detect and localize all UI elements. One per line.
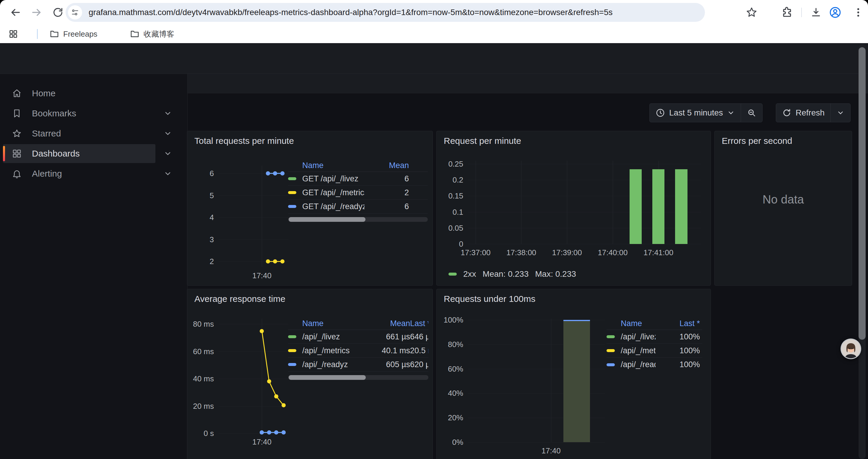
sidebar-item-bookmarks[interactable]: Bookmarks — [3, 104, 155, 123]
gridline — [521, 161, 522, 244]
legend-scrollbar-thumb[interactable] — [289, 217, 366, 222]
bar[interactable] — [629, 169, 642, 244]
data-point[interactable] — [274, 394, 278, 398]
url-text[interactable]: grafana.mathmast.com/d/deytv4rwavabkb/fr… — [89, 8, 613, 17]
sidebar-item-alerting[interactable]: Alerting — [3, 164, 155, 183]
legend-col-header[interactable]: Last * — [410, 319, 428, 328]
data-point[interactable] — [280, 259, 284, 263]
menu-dots-icon[interactable] — [852, 6, 864, 19]
forward-icon[interactable] — [31, 6, 42, 18]
panel-title[interactable]: Request per minute — [444, 136, 521, 146]
data-point[interactable] — [266, 259, 270, 263]
panel-title[interactable]: Average response time — [194, 294, 285, 304]
legend-col-header[interactable]: Last * — [656, 319, 700, 328]
panel-title[interactable]: Total requests per minute — [194, 136, 294, 146]
refresh-button[interactable]: Refresh — [776, 104, 831, 122]
requests-under-100ms-chart[interactable]: 100%80%60%40%20%0%17:40 — [442, 319, 608, 442]
expand-chevron-icon[interactable] — [164, 109, 172, 118]
sidebar-item-label: Home — [32, 88, 56, 98]
legend-header: NameMean — [288, 160, 428, 172]
data-point[interactable] — [266, 171, 270, 175]
bookmark-star-icon[interactable] — [746, 6, 757, 19]
series-name[interactable]: GET /api/_/readyz — [302, 202, 365, 211]
series-name[interactable]: /api/_/livez — [621, 332, 656, 341]
expand-chevron-icon[interactable] — [164, 169, 172, 178]
assistant-avatar[interactable] — [840, 338, 861, 359]
zoom-out-button[interactable] — [741, 104, 762, 122]
series-name[interactable]: /api/_/metrics — [302, 346, 360, 355]
series-value: 6 — [365, 202, 409, 211]
series-name[interactable]: GET /api/_/metrics — [302, 188, 365, 197]
data-point[interactable] — [260, 430, 264, 434]
y-axis-label: 0.15 — [448, 191, 463, 201]
sidebar-item-starred[interactable]: Starred — [3, 124, 155, 143]
sidebar: HomeBookmarksStarredDashboardsAlerting — [0, 74, 188, 459]
data-point[interactable] — [282, 430, 286, 434]
refresh-interval-button[interactable] — [831, 104, 850, 122]
legend-col-header[interactable]: Mean — [365, 161, 409, 170]
series-name[interactable]: /api/_/livez — [302, 332, 360, 341]
legend-col-name[interactable]: Name — [621, 319, 656, 328]
active-indicator — [3, 146, 5, 161]
panel-title[interactable]: Requests under 100ms — [444, 294, 535, 304]
back-icon[interactable] — [9, 6, 21, 18]
page-scrollbar-thumb[interactable] — [859, 47, 866, 340]
legend-scrollbar-track[interactable] — [288, 375, 428, 380]
site-settings-icon[interactable] — [68, 5, 82, 20]
profile-avatar-icon[interactable] — [829, 6, 841, 19]
reload-icon[interactable] — [52, 6, 64, 18]
series-name[interactable]: /api/_/metrics — [621, 346, 656, 355]
download-icon[interactable] — [810, 6, 822, 19]
bar[interactable] — [675, 169, 687, 244]
legend-row: /api/_/metrics40.1 ms20.5 ms — [288, 344, 428, 358]
legend-col-name[interactable]: Name — [302, 319, 360, 328]
y-axis-label: 2 — [210, 257, 214, 266]
url-bar[interactable]: grafana.mathmast.com/d/deytv4rwavabkb/fr… — [66, 3, 705, 22]
series-name[interactable]: /api/_/readyz — [302, 360, 360, 369]
area-band[interactable] — [563, 320, 590, 442]
legend-header: NameLast * — [607, 318, 702, 330]
browser-toolbar: grafana.mathmast.com/d/deytv4rwavabkb/fr… — [0, 0, 868, 25]
bell-icon — [12, 169, 22, 179]
bookmark-folder-blogs[interactable]: 收藏博客 — [130, 28, 174, 40]
series-value: 2 — [365, 188, 409, 197]
data-point[interactable] — [274, 430, 278, 434]
apps-grid-icon[interactable] — [8, 29, 18, 39]
legend-table: NameMeanLast */api/_/livez661 µs646 µs/a… — [288, 318, 428, 380]
sidebar-item-home[interactable]: Home — [3, 84, 155, 103]
extensions-icon[interactable] — [781, 6, 793, 19]
data-point[interactable] — [280, 171, 284, 175]
y-axis-label: 100% — [444, 316, 464, 325]
series-name[interactable]: /api/_/readyz — [621, 360, 656, 369]
legend-col-header[interactable]: Mean — [360, 319, 410, 328]
total-requests-chart[interactable]: 6543217:40 — [193, 166, 291, 267]
data-point[interactable] — [260, 329, 264, 333]
bookmark-folder-freeleaps[interactable]: Freeleaps — [50, 28, 97, 40]
series-swatch — [448, 273, 457, 275]
sidebar-item-label: Starred — [32, 129, 61, 138]
data-point[interactable] — [282, 403, 286, 407]
data-point[interactable] — [267, 379, 271, 383]
panel-title[interactable]: Errors per second — [722, 136, 792, 146]
request-per-minute-chart[interactable]: 0.250.20.150.10.05017:37:0017:38:0017:39… — [442, 161, 704, 244]
y-axis-label: 80% — [448, 340, 463, 349]
legend-col-name[interactable]: Name — [302, 161, 365, 170]
expand-chevron-icon[interactable] — [164, 129, 172, 138]
y-axis-label: 6 — [210, 169, 214, 178]
avg-response-time-chart[interactable]: 80 ms60 ms40 ms20 ms0 s17:40 — [193, 319, 291, 433]
y-axis-label: 0.05 — [448, 223, 463, 232]
legend-scrollbar-track[interactable] — [288, 217, 428, 222]
data-point[interactable] — [273, 171, 277, 175]
sidebar-item-dashboards[interactable]: Dashboards — [3, 144, 155, 163]
expand-chevron-icon[interactable] — [164, 150, 172, 158]
bookmarks-divider — [37, 29, 38, 39]
legend-2xx[interactable]: 2xx Mean: 0.233 Max: 0.233 — [448, 269, 576, 279]
data-point[interactable] — [267, 430, 271, 434]
time-range-picker[interactable]: Last 5 minutes — [650, 104, 741, 122]
series-name[interactable]: GET /api/_/livez — [302, 174, 365, 184]
data-point[interactable] — [273, 259, 277, 263]
bar[interactable] — [652, 169, 664, 244]
legend-row: /api/_/readyz100% — [607, 358, 702, 371]
screen: grafana.mathmast.com/d/deytv4rwavabkb/fr… — [0, 0, 868, 459]
legend-scrollbar-thumb[interactable] — [289, 375, 366, 380]
